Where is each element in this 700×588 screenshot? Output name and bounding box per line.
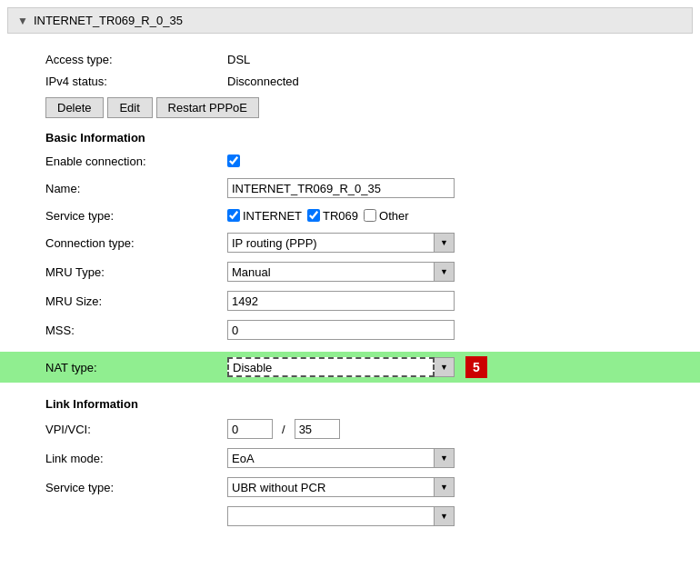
connection-type-label: Connection type: [45, 236, 227, 250]
service-type-checkboxes: INTERNET TR069 Other [227, 209, 409, 223]
link-service-type-label: Service type: [45, 481, 227, 494]
link-mode-control: EoA ▼ [227, 448, 682, 468]
name-row: Name: [45, 174, 682, 203]
enable-connection-row: Enable connection: [45, 148, 682, 174]
extra-select: ▼ [227, 506, 455, 526]
service-type-control: INTERNET TR069 Other [227, 209, 682, 223]
link-service-type-display: UBR without PCR [227, 477, 435, 497]
link-mode-select: EoA ▼ [227, 448, 455, 468]
name-input[interactable] [227, 178, 455, 198]
vpi-vci-separator: / [282, 423, 285, 436]
mru-size-input[interactable] [227, 291, 455, 311]
mru-size-row: MRU Size: [45, 286, 682, 315]
mss-label: MSS: [45, 324, 227, 337]
nat-type-control: Disable ▼ 5 [227, 356, 691, 378]
mss-input[interactable] [227, 320, 455, 340]
page-container: ▼ INTERNET_TR069_R_0_35 Access type: DSL… [0, 7, 700, 588]
basic-information-title: Basic Information [45, 124, 682, 148]
name-label: Name: [45, 182, 227, 195]
mru-type-row: MRU Type: Manual ▼ [45, 257, 682, 286]
connection-type-control: IP routing (PPP) ▼ [227, 233, 682, 253]
vpi-vci-row: VPI/VCI: / [45, 414, 682, 443]
other-checkbox[interactable] [364, 209, 376, 222]
extra-dropdown-btn[interactable]: ▼ [435, 506, 455, 526]
connection-type-select: IP routing (PPP) ▼ [227, 233, 455, 253]
connection-type-display: IP routing (PPP) [227, 233, 435, 253]
section-header[interactable]: ▼ INTERNET_TR069_R_0_35 [7, 7, 693, 34]
link-service-type-select: UBR without PCR ▼ [227, 477, 455, 497]
content-area: Access type: DSL IPv4 status: Disconnect… [0, 41, 700, 352]
link-service-type-row: Service type: UBR without PCR ▼ [45, 473, 682, 502]
link-mode-dropdown-btn[interactable]: ▼ [435, 448, 455, 468]
content-area-2: Link Information VPI/VCI: / Link mode: E… [0, 383, 700, 538]
ipv4-status-row: IPv4 status: Disconnected [45, 70, 682, 92]
access-type-label: Access type: [45, 53, 227, 66]
mss-control [227, 320, 682, 340]
link-information-title: Link Information [45, 390, 682, 414]
tr069-label: TR069 [323, 209, 358, 223]
vpi-vci-label: VPI/VCI: [45, 423, 227, 436]
other-label: Other [379, 209, 409, 223]
mru-type-label: MRU Type: [45, 265, 227, 279]
internet-label: INTERNET [243, 209, 302, 223]
collapse-icon: ▼ [17, 15, 28, 27]
internet-checkbox-item: INTERNET [227, 209, 302, 223]
mru-size-label: MRU Size: [45, 294, 227, 308]
enable-connection-control [227, 154, 682, 167]
internet-checkbox[interactable] [227, 209, 240, 222]
nat-type-select: Disable ▼ [227, 357, 455, 377]
ipv4-status-label: IPv4 status: [45, 75, 227, 88]
mru-type-select: Manual ▼ [227, 262, 455, 282]
delete-button[interactable]: Delete [45, 97, 104, 118]
nat-type-dropdown-btn[interactable]: ▼ [435, 357, 455, 377]
tr069-checkbox-item: TR069 [307, 209, 358, 223]
access-type-row: Access type: DSL [45, 48, 682, 70]
nat-type-row: NAT type: Disable ▼ 5 [0, 352, 700, 383]
link-mode-display: EoA [227, 448, 435, 468]
nat-type-badge: 5 [465, 356, 487, 378]
vpi-input[interactable] [227, 419, 273, 439]
section-title-bar: INTERNET_TR069_R_0_35 [34, 14, 183, 27]
access-type-value: DSL [227, 53, 250, 66]
service-type-label: Service type: [45, 209, 227, 223]
restart-pppoe-button[interactable]: Restart PPPoE [156, 97, 259, 118]
mru-type-dropdown-btn[interactable]: ▼ [435, 262, 455, 282]
mss-row: MSS: [45, 315, 682, 344]
ipv4-status-value: Disconnected [227, 75, 299, 88]
mru-type-control: Manual ▼ [227, 262, 682, 282]
vpi-vci-control: / [227, 419, 682, 439]
link-service-type-control: UBR without PCR ▼ [227, 477, 682, 497]
action-buttons: Delete Edit Restart PPPoE [45, 92, 682, 124]
vci-input[interactable] [295, 419, 340, 439]
other-checkbox-item: Other [364, 209, 409, 223]
extra-control: ▼ [227, 506, 682, 526]
service-type-row: Service type: INTERNET TR069 Other [45, 203, 682, 228]
link-mode-label: Link mode: [45, 452, 227, 465]
link-mode-row: Link mode: EoA ▼ [45, 443, 682, 473]
enable-connection-label: Enable connection: [45, 154, 227, 168]
connection-type-row: Connection type: IP routing (PPP) ▼ [45, 228, 682, 257]
mru-type-display: Manual [227, 262, 435, 282]
nat-type-display: Disable [227, 357, 435, 377]
nat-type-label: NAT type: [45, 361, 227, 374]
enable-connection-checkbox[interactable] [227, 154, 240, 167]
extra-row: ▼ [45, 502, 682, 531]
connection-type-dropdown-btn[interactable]: ▼ [435, 233, 455, 253]
tr069-checkbox[interactable] [307, 209, 320, 222]
edit-button[interactable]: Edit [107, 97, 153, 118]
name-control [227, 178, 682, 198]
mru-size-control [227, 291, 682, 311]
link-service-type-dropdown-btn[interactable]: ▼ [435, 477, 455, 497]
extra-display [227, 506, 435, 526]
